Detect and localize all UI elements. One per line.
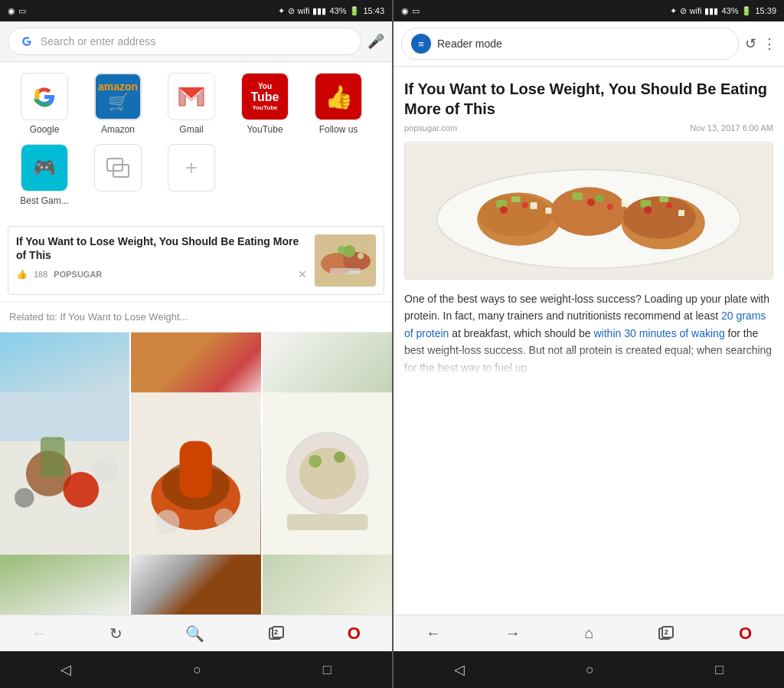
article-source: popsugar.com [404,123,457,133]
tabs-button-right[interactable]: 2 [652,619,681,648]
dial-amazon[interactable]: amazon 🛒 Amazon [81,73,155,135]
dial-google[interactable]: Google [8,73,81,135]
back-button-right[interactable]: ← [420,618,447,648]
food-image-3 [263,333,392,614]
svg-point-49 [644,206,652,214]
dial-gmail[interactable]: Gmail [155,73,228,135]
speed-dial-grid: Google amazon 🛒 Amazon [0,62,392,220]
food-image-2 [131,333,260,614]
news-thumbnail [315,234,376,287]
back-button-left[interactable]: ← [25,618,53,648]
svg-point-15 [93,457,119,483]
dial-followus[interactable]: 👍 Follow us [302,73,375,135]
svg-point-9 [338,246,345,254]
status-bar-right: ◉ ▭ ✦ ⊘ wifi ▮▮▮ 43% 🔋 15:39 [394,0,784,21]
close-news-button[interactable]: ✕ [298,268,307,280]
dial-tabs-manager[interactable] [81,144,155,206]
like-icon: 👍 [16,269,28,280]
svg-point-36 [550,187,626,235]
mic-icon[interactable]: 🎤 [368,33,384,50]
search-placeholder: Search or enter address [41,35,155,48]
related-text: Related to: If You Want to Lose Weight..… [9,311,188,323]
svg-point-10 [358,253,364,259]
svg-point-27 [309,455,322,468]
battery-percent-r: 43% [721,6,738,15]
waking-link[interactable]: within 30 minutes of waking [593,327,724,339]
wifi-icon-r: wifi [690,6,702,15]
tabs-button-left[interactable]: 2 [262,619,291,648]
right-phone: ◉ ▭ ✦ ⊘ wifi ▮▮▮ 43% 🔋 15:39 ≡ Reader mo… [392,0,784,688]
svg-rect-29 [286,514,368,530]
news-title: If You Want to Lose Weight, You Should B… [16,234,307,262]
svg-point-23 [214,509,234,528]
reader-input-field[interactable]: ≡ Reader mode [401,28,739,60]
reader-mode-icon: ≡ [411,34,431,54]
svg-point-28 [334,451,345,463]
article-body: One of the best ways to see weight-loss … [404,290,773,376]
wifi-icon: wifi [298,6,310,15]
article-image [404,142,773,280]
svg-rect-52 [545,208,551,214]
bluetooth-icon-r: ✦ [670,6,677,16]
battery-percent: 43% [329,6,346,15]
svg-rect-42 [595,195,604,201]
search-button-left[interactable]: 🔍 [179,618,211,649]
android-recent-right[interactable]: □ [715,662,724,678]
android-back-left[interactable]: ◁ [60,661,71,678]
search-input-left[interactable]: Search or enter address [8,28,361,55]
status-right-left-icons: ◉ ▭ [401,6,420,16]
svg-rect-54 [678,210,684,216]
battery-icon-r: 🔋 [741,6,752,16]
android-nav-left: ◁ ○ □ [0,651,392,688]
android-home-left[interactable]: ○ [193,662,201,678]
food-images-row [0,333,392,614]
svg-rect-44 [659,196,668,202]
home-button-right[interactable]: ⌂ [578,618,599,648]
signal-icon: ▮▮▮ [312,6,326,16]
address-bar-left[interactable]: Search or enter address 🎤 [0,21,392,62]
opera-button-left[interactable]: O [341,618,367,650]
dial-youtube[interactable]: You Tube YouTube YouTube [228,73,302,135]
svg-point-22 [155,510,180,535]
forward-button-right[interactable]: → [499,618,527,648]
menu-button-right[interactable]: ⋮ [763,35,776,52]
opera-button-right[interactable]: O [733,618,758,650]
news-text-block: If You Want to Lose Weight, You Should B… [16,234,307,280]
svg-rect-8 [330,268,361,274]
body-text-start: One of the best ways to see weight-loss … [404,293,769,322]
svg-rect-21 [180,441,212,498]
article-date: Nov 13, 2017 6:00 AM [690,123,773,133]
display-icon-r: ▭ [412,6,420,16]
tabs-count-left: 2 [274,628,278,636]
android-recent-left[interactable]: □ [323,662,332,678]
reader-address-bar[interactable]: ≡ Reader mode ↺ ⋮ [394,21,784,67]
body-text-mid: at breakfast, which should be [449,327,593,339]
bottom-nav-right: ← → ⌂ 2 O [394,614,784,651]
amazon-label: Amazon [101,124,135,135]
android-home-right[interactable]: ○ [586,662,594,678]
svg-rect-40 [511,196,521,202]
dial-bestgames[interactable]: 🎮 Best Gam... [8,144,81,206]
reload-button-right[interactable]: ↺ [745,35,756,52]
android-back-right[interactable]: ◁ [454,661,465,678]
news-source: POPSUGAR [54,270,102,279]
svg-point-47 [587,198,595,206]
svg-rect-51 [531,202,537,209]
dial-add[interactable]: + [155,144,228,206]
svg-point-46 [522,202,528,208]
svg-point-16 [15,488,34,507]
add-icon: + [168,144,215,192]
reader-icon-symbol: ≡ [418,38,424,50]
status-left-icons: ◉ ▭ [8,6,26,16]
tab-badge-right: 2 [658,625,675,642]
bestgames-label: Best Gam... [20,195,68,206]
youtube-label: YouTube [247,124,283,135]
news-card[interactable]: If You Want to Lose Weight, You Should B… [8,226,384,295]
refresh-button-left[interactable]: ↻ [103,618,129,649]
followus-label: Follow us [319,124,358,135]
left-phone: ◉ ▭ ✦ ⊘ wifi ▮▮▮ 43% 🔋 15:43 Search or e… [0,0,392,688]
battery-icon: 🔋 [349,6,360,16]
svg-point-50 [666,202,672,208]
status-bar-left: ◉ ▭ ✦ ⊘ wifi ▮▮▮ 43% 🔋 15:43 [0,0,392,21]
article-meta: popsugar.com Nov 13, 2017 6:00 AM [404,123,773,133]
